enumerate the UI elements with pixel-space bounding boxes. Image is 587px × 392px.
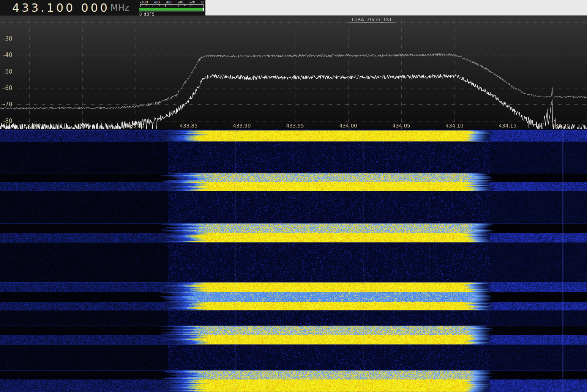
meter-bar-track xyxy=(139,8,204,11)
frequency-display[interactable]: 433.100 000 MHz -100-80-60-40-200 0 dBFS xyxy=(0,0,205,16)
meter-scale-label: -60 xyxy=(166,0,172,4)
meter-scale-label: -40 xyxy=(178,0,184,4)
meter-ruler xyxy=(139,4,204,7)
gqrx-window: 433.100 000 MHz -100-80-60-40-200 0 dBFS xyxy=(0,0,587,392)
meter-scale-label: -20 xyxy=(189,0,196,4)
toolbar-empty-area xyxy=(205,0,587,16)
spectrum-plot[interactable] xyxy=(0,16,587,129)
meter-bar xyxy=(139,8,204,11)
waterfall-display[interactable] xyxy=(0,129,587,392)
meter-scale-label: -80 xyxy=(154,0,160,4)
meter-scale-label: -100 xyxy=(140,0,148,4)
signal-meter: -100-80-60-40-200 0 dBFS xyxy=(139,0,204,16)
meter-scale: -100-80-60-40-200 xyxy=(139,0,204,4)
meter-scale-label: 0 xyxy=(201,0,204,4)
topbar: 433.100 000 MHz -100-80-60-40-200 0 dBFS xyxy=(0,0,587,16)
frequency-value[interactable]: 433.100 000 xyxy=(12,0,110,16)
frequency-unit: MHz xyxy=(110,0,129,16)
